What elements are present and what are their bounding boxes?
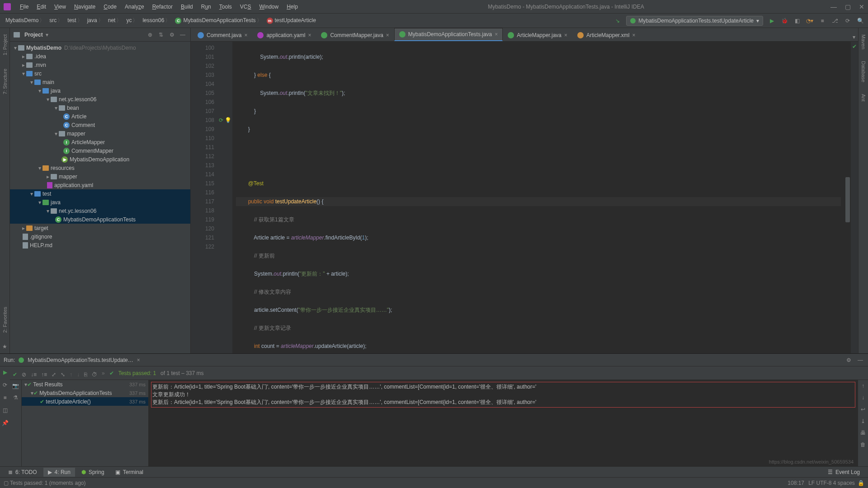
tab-yaml[interactable]: application.yaml×	[252, 29, 316, 41]
debug-icon[interactable]: 🐞	[780, 17, 788, 25]
close-icon[interactable]: ×	[137, 357, 140, 363]
tree-comment-mapper[interactable]: ICommentMapper	[10, 146, 190, 155]
camera-icon[interactable]: 📷	[12, 383, 19, 389]
caret-position[interactable]: 108:17	[788, 480, 804, 486]
layout-icon[interactable]: ◫	[3, 407, 8, 413]
close-icon[interactable]: ×	[564, 32, 567, 38]
database-tool-tab[interactable]: Database	[860, 58, 867, 85]
pin-icon[interactable]: 📌	[2, 420, 9, 426]
crumb-class[interactable]: CMybatisDemoApplicationTests	[173, 17, 264, 24]
menu-run[interactable]: Run	[198, 2, 215, 12]
code-editor[interactable]: System.out.println(article); } else { Sy…	[232, 42, 844, 353]
ant-tool-tab[interactable]: Ant	[860, 91, 867, 104]
maximize-icon[interactable]: ▢	[845, 3, 851, 10]
crumb-java[interactable]: java	[85, 17, 106, 24]
next-icon[interactable]: ↓	[77, 371, 80, 378]
menu-refactor[interactable]: Refactor	[149, 2, 176, 12]
settings-icon[interactable]: ⚙	[168, 31, 176, 39]
favorites-tool-tab[interactable]: 2: Favorites	[1, 304, 9, 335]
tree-article[interactable]: CArticle	[10, 112, 190, 121]
history-icon[interactable]: ⏱	[92, 371, 97, 378]
crumb-method[interactable]: mtestUpdateArticle	[265, 17, 318, 24]
tree-gitignore[interactable]: .gitignore	[10, 232, 190, 241]
tab-comment[interactable]: Comment.java×	[193, 29, 252, 41]
tab-terminal[interactable]: ▣Terminal	[111, 468, 148, 477]
run-icon[interactable]: ▶	[768, 17, 776, 25]
close-icon[interactable]: ×	[244, 32, 247, 38]
prev-icon[interactable]: ↑	[70, 371, 72, 378]
close-icon[interactable]: ✕	[859, 3, 864, 10]
tree-test-java[interactable]: java	[10, 198, 190, 206]
crumb-lesson06[interactable]: lesson06	[141, 17, 173, 24]
tree-pkg[interactable]: net.yc.lesson06	[10, 95, 190, 103]
expand-icon[interactable]: ⤢	[52, 371, 56, 378]
tree-app[interactable]: ▶MybatisDemoApplication	[10, 155, 190, 164]
lock-icon[interactable]: 🔒	[858, 480, 864, 486]
minimize-icon[interactable]: —	[830, 3, 837, 10]
crumb-net[interactable]: net	[106, 17, 125, 24]
console-output[interactable]: 更新前：Article{id=1, title='Spring Boot基础入门…	[148, 380, 858, 466]
test-method[interactable]: ✔ testUpdateArticle()337 ms	[22, 397, 148, 406]
wrap-icon[interactable]: ↩	[861, 406, 865, 413]
menu-file[interactable]: FFileile	[16, 2, 32, 12]
test-root[interactable]: ✔ Test Results337 ms	[22, 380, 148, 389]
crumb-src[interactable]: src	[47, 17, 66, 24]
stop-icon[interactable]: ■	[818, 17, 826, 25]
close-icon[interactable]: ×	[495, 31, 498, 38]
gear-icon[interactable]: ⚙	[844, 356, 853, 364]
expand-icon[interactable]: ⇅	[157, 31, 165, 39]
tree-bean[interactable]: bean	[10, 103, 190, 112]
close-icon[interactable]: ×	[632, 32, 635, 38]
hide-icon[interactable]: —	[856, 356, 864, 364]
tree-src[interactable]: src	[10, 69, 190, 78]
encoding-info[interactable]: LF UTF-8 4 spaces	[808, 480, 855, 486]
tree-res-mapper[interactable]: mapper	[10, 172, 190, 181]
tab-articlemapper-xml[interactable]: ArticleMapper.xml×	[572, 29, 640, 41]
tree-idea[interactable]: .idea	[10, 52, 190, 61]
profile-icon[interactable]: ◔▾	[806, 17, 814, 25]
tree-resources[interactable]: resources	[10, 164, 190, 172]
tab-eventlog[interactable]: ☰Event Log	[823, 468, 864, 477]
run-config-name[interactable]: MybatisDemoApplicationTests.testUpdate…	[28, 357, 133, 363]
close-icon[interactable]: ×	[308, 32, 311, 38]
editor-scrollbar[interactable]	[844, 42, 851, 353]
project-title[interactable]: Project	[24, 32, 43, 38]
search-everywhere-icon[interactable]: 🔍	[856, 17, 864, 25]
tab-spring[interactable]: ⬢Spring	[77, 468, 109, 477]
down-icon[interactable]: ↓	[862, 394, 864, 401]
tree-main[interactable]: main	[10, 78, 190, 86]
project-tool-tab[interactable]: 1: Project	[1, 32, 9, 58]
crumb-yc[interactable]: yc	[124, 17, 141, 24]
git-icon[interactable]: ⎇	[831, 17, 839, 25]
crumb-test[interactable]: test	[66, 17, 85, 24]
tree-help[interactable]: HELP.md	[10, 241, 190, 249]
chevron-down-icon[interactable]: ▾	[46, 32, 48, 38]
menu-tools[interactable]: Tools	[216, 2, 236, 12]
sort-icon[interactable]: ↓≡	[31, 371, 37, 378]
menu-edit[interactable]: Edit	[33, 2, 50, 12]
tree-root[interactable]: MybatisDemoD:\IdeaProjects\MybatisDemo	[10, 43, 190, 52]
collapse-icon[interactable]: ⤡	[61, 371, 65, 378]
tree-test-class[interactable]: CMybatisDemoApplicationTests	[10, 215, 190, 224]
pass-filter-icon[interactable]: ✔	[13, 371, 17, 378]
sort2-icon[interactable]: ↑≡	[41, 371, 47, 378]
export-icon[interactable]: ⎘	[84, 371, 87, 378]
test-class[interactable]: ✔ MybatisDemoApplicationTests337 ms	[22, 389, 148, 397]
coverage-icon[interactable]: ◧	[793, 17, 801, 25]
menu-navigate[interactable]: Navigate	[71, 2, 99, 12]
tree-article-mapper[interactable]: IArticleMapper	[10, 138, 190, 146]
intention-bulb-icon[interactable]: 💡	[225, 117, 231, 123]
filter-icon[interactable]: ⚗	[13, 394, 18, 401]
print-icon[interactable]: 🖶	[860, 430, 866, 436]
menu-analyze[interactable]: Analyze	[121, 2, 148, 12]
tab-tests[interactable]: MybatisDemoApplicationTests.java×	[394, 28, 503, 41]
rerun-icon[interactable]: ▶	[3, 369, 7, 375]
tab-articlemapper[interactable]: ArticleMapper.java×	[503, 29, 572, 41]
menu-vcs[interactable]: VCS	[236, 2, 255, 12]
scroll-icon[interactable]: ⤓	[861, 418, 865, 424]
stop-icon[interactable]: ■	[3, 394, 6, 401]
hide-icon[interactable]: —	[179, 31, 187, 39]
tree-app-yaml[interactable]: application.yaml	[10, 181, 190, 189]
menu-view[interactable]: View	[51, 2, 70, 12]
run-config-dropdown[interactable]: MybatisDemoApplicationTests.testUpdateAr…	[626, 16, 763, 26]
